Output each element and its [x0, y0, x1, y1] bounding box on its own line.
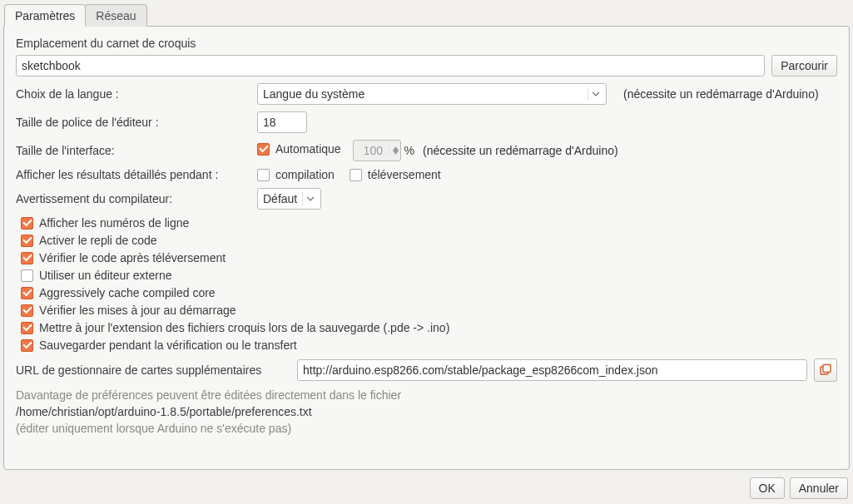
uiscale-auto-checkbox[interactable] — [257, 143, 270, 156]
prefs-path[interactable]: /home/christian/opt/arduino-1.8.5/portab… — [16, 405, 837, 418]
check-code-folding[interactable] — [21, 235, 33, 247]
arrow-down-icon — [393, 151, 399, 155]
checkbox-list: Afficher les numéros de ligne Activer le… — [16, 216, 837, 352]
language-value: Langue du système — [263, 87, 365, 101]
open-urls-button[interactable] — [814, 358, 837, 382]
language-select[interactable]: Langue du système — [257, 83, 607, 105]
cancel-button[interactable]: Annuler — [790, 477, 848, 499]
language-label: Choix de la langue : — [16, 87, 257, 101]
tab-bar: Paramètres Réseau — [0, 0, 853, 27]
uiscale-auto-label: Automatique — [275, 142, 341, 156]
verbose-upload-label: téléversement — [368, 168, 441, 181]
warnings-value: Défaut — [263, 192, 297, 205]
check-external-editor[interactable] — [21, 269, 33, 282]
verbose-upload-checkbox[interactable] — [350, 169, 362, 181]
warnings-label: Avertissement du compilateur: — [16, 192, 257, 205]
tab-network[interactable]: Réseau — [85, 4, 146, 27]
warnings-select[interactable]: Défaut — [257, 188, 321, 210]
check-line-numbers[interactable] — [21, 217, 33, 230]
verbose-label: Afficher les résultats détaillés pendant… — [16, 168, 257, 181]
check-verify-after-upload[interactable] — [21, 252, 33, 264]
verbose-compile-label: compilation — [275, 168, 335, 181]
more-prefs-line1: Davantage de préférences peuvent être éd… — [16, 388, 837, 402]
ok-button[interactable]: OK — [750, 477, 785, 499]
more-prefs-line2: (éditer uniquement lorsque Arduino ne s'… — [16, 422, 837, 435]
boards-url-label: URL de gestionnaire de cartes supplément… — [16, 363, 297, 377]
fontsize-input[interactable] — [257, 111, 307, 133]
browse-button[interactable]: Parcourir — [771, 55, 837, 77]
language-note: (nécessite un redémarrage d'Arduino) — [623, 87, 819, 101]
sketchbook-input[interactable] — [16, 55, 765, 77]
check-updates-startup[interactable] — [21, 304, 33, 317]
chevron-down-icon — [302, 192, 317, 205]
uiscale-note: (nécessite un redémarrage d'Arduino) — [423, 144, 618, 157]
fontsize-label: Taille de police de l'éditeur : — [16, 116, 257, 129]
window-stack-icon — [819, 363, 832, 377]
settings-panel: Emplacement du carnet de croquis Parcour… — [3, 26, 850, 470]
uiscale-value — [359, 140, 389, 161]
dialog-buttons: OK Annuler — [750, 477, 849, 499]
tab-settings[interactable]: Paramètres — [4, 4, 86, 27]
check-save-on-verify[interactable] — [21, 339, 33, 352]
check-update-extension[interactable] — [21, 322, 33, 334]
uiscale-label: Taille de l'interface: — [16, 144, 257, 157]
svg-rect-1 — [823, 365, 831, 373]
verbose-compile-checkbox[interactable] — [257, 169, 270, 181]
chevron-down-icon — [588, 87, 603, 101]
check-cache-core[interactable] — [21, 287, 33, 299]
sketchbook-label: Emplacement du carnet de croquis — [16, 37, 837, 50]
uiscale-percent: % — [404, 144, 414, 157]
uiscale-spinner[interactable] — [353, 140, 401, 161]
boards-url-input[interactable] — [297, 359, 807, 381]
